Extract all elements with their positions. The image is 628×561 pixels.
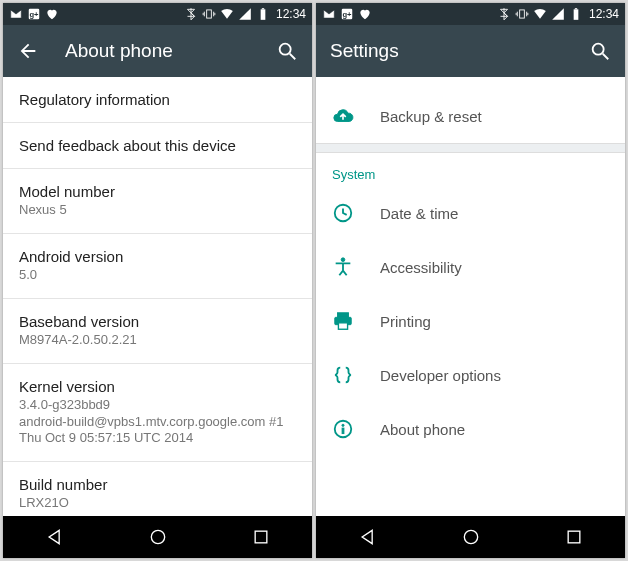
svg-rect-16 xyxy=(338,313,349,318)
row-title: Kernel version xyxy=(19,378,296,395)
row-model[interactable]: Model number Nexus 5 xyxy=(3,169,312,234)
heart-icon xyxy=(45,7,59,21)
info-icon xyxy=(332,418,354,440)
svg-rect-11 xyxy=(574,9,579,19)
row-label: Date & time xyxy=(380,205,458,222)
mail-icon xyxy=(322,7,336,21)
row-date-time[interactable]: Date & time xyxy=(316,186,625,240)
row-title: Build number xyxy=(19,476,296,493)
heart-icon xyxy=(358,7,372,21)
svg-rect-4 xyxy=(262,8,264,9)
svg-text:g+: g+ xyxy=(29,10,39,19)
section-divider xyxy=(316,143,625,153)
clock: 12:34 xyxy=(589,7,619,21)
row-value: Nexus 5 xyxy=(19,202,296,219)
svg-point-20 xyxy=(342,424,344,426)
svg-rect-3 xyxy=(261,9,266,19)
row-feedback[interactable]: Send feedback about this device xyxy=(3,123,312,169)
svg-rect-10 xyxy=(520,10,525,18)
row-title: Regulatory information xyxy=(19,91,296,108)
wifi-icon xyxy=(220,7,234,21)
row-title: Send feedback about this device xyxy=(19,137,296,154)
back-icon[interactable] xyxy=(17,40,39,62)
nav-home-icon[interactable] xyxy=(460,526,482,548)
row-regulatory[interactable]: Regulatory information xyxy=(3,77,312,123)
svg-rect-21 xyxy=(342,428,344,434)
svg-rect-12 xyxy=(575,8,577,9)
bluetooth-icon xyxy=(497,7,511,21)
svg-rect-7 xyxy=(255,531,267,543)
row-title: Baseband version xyxy=(19,313,296,330)
navigation-bar xyxy=(3,516,312,558)
about-list: Regulatory information Send feedback abo… xyxy=(3,77,312,516)
row-value: M8974A-2.0.50.2.21 xyxy=(19,332,296,349)
nav-back-icon[interactable] xyxy=(44,526,66,548)
svg-point-22 xyxy=(464,530,477,543)
svg-rect-23 xyxy=(568,531,580,543)
battery-icon xyxy=(256,7,270,21)
settings-list: Backup & reset System Date & time Access… xyxy=(316,77,625,516)
nav-recents-icon[interactable] xyxy=(563,526,585,548)
row-printing[interactable]: Printing xyxy=(316,294,625,348)
nav-back-icon[interactable] xyxy=(357,526,379,548)
nav-recents-icon[interactable] xyxy=(250,526,272,548)
row-kernel[interactable]: Kernel version 3.4.0-g323bbd9 android-bu… xyxy=(3,364,312,463)
row-backup-reset[interactable]: Backup & reset xyxy=(316,89,625,143)
row-label: Developer options xyxy=(380,367,501,384)
row-label: Printing xyxy=(380,313,431,330)
clock-icon xyxy=(332,202,354,224)
nav-home-icon[interactable] xyxy=(147,526,169,548)
app-bar: Settings xyxy=(316,25,625,77)
section-header-system: System xyxy=(316,153,625,186)
vibrate-icon xyxy=(202,7,216,21)
svg-rect-18 xyxy=(338,323,347,329)
page-title: Settings xyxy=(330,40,563,62)
svg-text:g+: g+ xyxy=(342,10,352,19)
phone-about: g+ 12:34 About phone Regulatory informat… xyxy=(3,3,312,558)
vibrate-icon xyxy=(515,7,529,21)
row-label: Backup & reset xyxy=(380,108,482,125)
google-plus-icon: g+ xyxy=(340,7,354,21)
app-bar: About phone xyxy=(3,25,312,77)
row-android-version[interactable]: Android version 5.0 xyxy=(3,234,312,299)
accessibility-icon xyxy=(332,256,354,278)
row-title: Android version xyxy=(19,248,296,265)
row-developer-options[interactable]: Developer options xyxy=(316,348,625,402)
row-about-phone[interactable]: About phone xyxy=(316,402,625,456)
svg-point-15 xyxy=(341,258,345,262)
status-bar: g+ 12:34 xyxy=(316,3,625,25)
printer-icon xyxy=(332,310,354,332)
phone-settings: g+ 12:34 Settings Backup & reset System xyxy=(316,3,625,558)
row-title: Model number xyxy=(19,183,296,200)
mail-icon xyxy=(9,7,23,21)
wifi-icon xyxy=(533,7,547,21)
row-baseband[interactable]: Baseband version M8974A-2.0.50.2.21 xyxy=(3,299,312,364)
page-title: About phone xyxy=(65,40,250,62)
navigation-bar xyxy=(316,516,625,558)
row-value: LRX21O xyxy=(19,495,296,512)
svg-point-6 xyxy=(151,530,164,543)
row-build[interactable]: Build number LRX21O xyxy=(3,462,312,516)
braces-icon xyxy=(332,364,354,386)
signal-icon xyxy=(551,7,565,21)
row-accessibility[interactable]: Accessibility xyxy=(316,240,625,294)
row-value: 5.0 xyxy=(19,267,296,284)
google-plus-icon: g+ xyxy=(27,7,41,21)
battery-icon xyxy=(569,7,583,21)
search-icon[interactable] xyxy=(589,40,611,62)
svg-point-13 xyxy=(593,44,604,55)
svg-rect-2 xyxy=(207,10,212,18)
status-bar: g+ 12:34 xyxy=(3,3,312,25)
row-label: Accessibility xyxy=(380,259,462,276)
signal-icon xyxy=(238,7,252,21)
row-value: 3.4.0-g323bbd9 android-build@vpbs1.mtv.c… xyxy=(19,397,296,448)
cloud-upload-icon xyxy=(332,105,354,127)
bluetooth-icon xyxy=(184,7,198,21)
row-label: About phone xyxy=(380,421,465,438)
search-icon[interactable] xyxy=(276,40,298,62)
svg-point-5 xyxy=(280,44,291,55)
clock: 12:34 xyxy=(276,7,306,21)
